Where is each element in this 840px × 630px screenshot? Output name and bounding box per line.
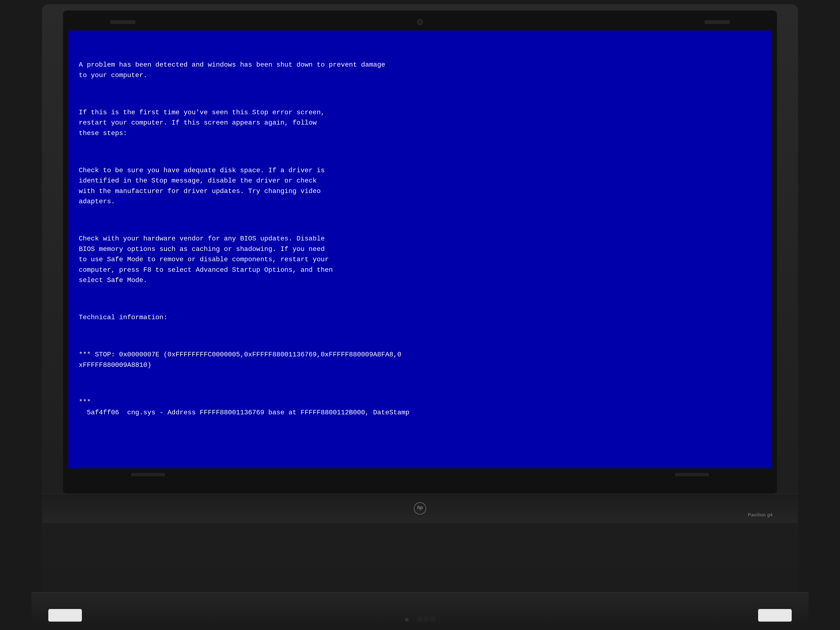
laptop-outer: A problem has been detected and windows … [42,4,798,592]
hp-logo-icon: hp [414,502,426,515]
bezel-strip-right [704,20,730,24]
bottom-bezel-strip-right [675,473,709,476]
rubber-foot-left [48,609,82,622]
svg-text:hp: hp [417,505,423,510]
model-label: Pavilion g4 [748,512,773,518]
bsod-line2: to your computer. [79,71,147,79]
rubber-foot-right [758,609,792,622]
bsod-intro: A problem has been detected and windows … [79,60,761,81]
vent-slot-2 [423,616,429,622]
laptop-bottom [32,592,808,626]
bsod-tech-label: Technical information: [79,312,761,323]
hp-logo: hp [413,501,427,516]
vent-slots [417,616,435,622]
screen-bezel: A problem has been detected and windows … [63,11,777,494]
bsod-paragraph2: If this is the first time you've seen th… [79,107,761,139]
top-bezel [68,16,772,28]
bottom-center [405,616,435,622]
bsod-paragraph3: Check to be sure you have adequate disk … [79,165,761,207]
webcam [417,19,423,25]
hp-logo-area: hp Pavilion g4 [42,494,798,523]
bsod-screen: A problem has been detected and windows … [68,30,772,468]
vent-slot-1 [417,616,422,622]
vent-slot-3 [430,616,435,622]
bsod-line1: A problem has been detected and windows … [79,61,385,69]
bottom-bezel [68,468,772,481]
bsod-stop-code: *** STOP: 0x0000007E (0xFFFFFFFFC0000005… [79,349,761,370]
bsod-text: A problem has been detected and windows … [79,39,761,445]
bottom-bezel-strip-left [131,473,165,476]
power-indicator [405,618,409,622]
bsod-paragraph4: Check with your hardware vendor for any … [79,234,761,286]
bezel-strip-left [110,20,136,24]
bsod-driver-info: *** 5af4ff06 cng.sys - Address FFFFF8800… [79,397,761,418]
